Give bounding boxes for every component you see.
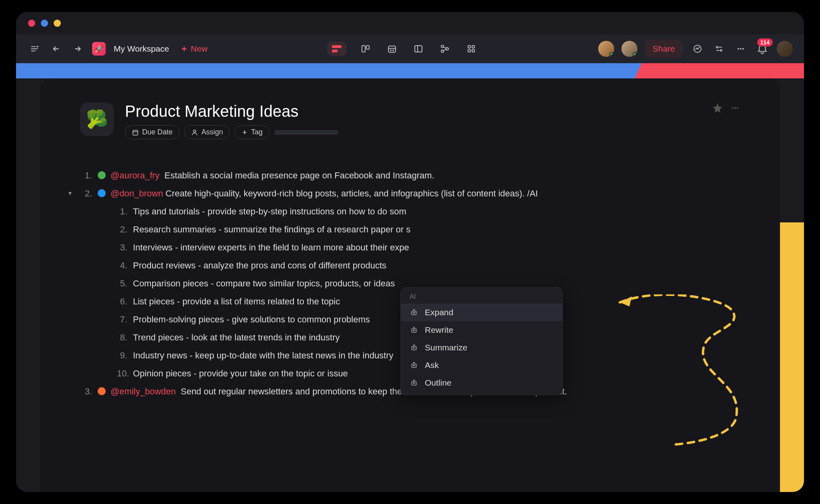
- svg-rect-0: [332, 45, 342, 48]
- ai-menu-label: Summarize: [425, 343, 467, 352]
- doc-more-icon[interactable]: [730, 103, 740, 113]
- list-text: Industry news - keep up-to-date with the…: [133, 349, 394, 362]
- workspace-name[interactable]: My Workspace: [114, 44, 169, 54]
- svg-rect-26: [412, 311, 416, 315]
- user-avatar[interactable]: [777, 41, 793, 57]
- svg-point-30: [413, 330, 414, 331]
- status-dot[interactable]: [98, 189, 106, 197]
- view-board-icon[interactable]: [464, 42, 478, 56]
- activity-icon[interactable]: [690, 42, 705, 56]
- nav-back-icon[interactable]: [49, 42, 63, 56]
- svg-point-31: [414, 330, 415, 331]
- svg-point-24: [734, 107, 736, 109]
- view-columns-icon[interactable]: [358, 42, 373, 56]
- status-dot[interactable]: [98, 387, 106, 395]
- list-item[interactable]: 1.Tips and tutorials - provide step-by-s…: [117, 202, 740, 220]
- notification-badge: 114: [757, 38, 773, 46]
- titlebar: [16, 12, 804, 34]
- tag-label: Tag: [251, 128, 263, 136]
- window-close[interactable]: [28, 20, 35, 27]
- assign-chip[interactable]: Assign: [184, 125, 230, 139]
- presence-avatar-2[interactable]: [621, 41, 637, 57]
- svg-point-9: [446, 48, 448, 50]
- svg-point-8: [441, 45, 444, 48]
- view-table-icon[interactable]: [411, 42, 426, 56]
- list-text: Comparison pieces - compare two similar …: [133, 277, 395, 290]
- list-item[interactable]: 3.Interviews - interview experts in the …: [117, 238, 740, 256]
- list-text: Establish a social media presence page o…: [165, 170, 434, 180]
- ai-menu-outline[interactable]: Outline: [401, 374, 563, 392]
- window-minimize[interactable]: [41, 20, 48, 27]
- app-logo: 🚀: [92, 42, 106, 56]
- ai-menu-summarize[interactable]: Summarize: [401, 339, 563, 356]
- document-icon[interactable]: 🥦: [80, 102, 114, 136]
- document-content: 🥦 Product Marketing Ideas Due Date Assig…: [40, 78, 780, 492]
- ai-menu: AI Expand Rewrite Summarize Ask Outline: [400, 287, 563, 395]
- app-window: 🚀 My Workspace New: [16, 12, 804, 492]
- svg-rect-2: [362, 46, 365, 52]
- ai-menu-expand[interactable]: Expand: [401, 304, 563, 321]
- list-number: 2.: [80, 187, 98, 200]
- doc-header-actions: [712, 102, 740, 114]
- settings-icon[interactable]: [712, 42, 726, 56]
- list-number: 6.: [117, 295, 133, 308]
- svg-rect-38: [412, 382, 416, 385]
- ai-menu-label: Outline: [425, 378, 452, 388]
- list-item[interactable]: ▼ 2. @don_brown Create high-quality, key…: [80, 184, 740, 202]
- svg-rect-14: [472, 50, 474, 52]
- list-item[interactable]: 2.Research summaries - summarize the fin…: [117, 220, 740, 238]
- mention[interactable]: @don_brown: [111, 188, 163, 198]
- color-banner: [16, 63, 804, 78]
- svg-rect-11: [468, 46, 470, 48]
- svg-point-5: [390, 50, 391, 51]
- ai-menu-ask[interactable]: Ask: [401, 356, 563, 374]
- more-icon[interactable]: [734, 42, 748, 56]
- list-text: Interviews - interview experts in the fi…: [133, 241, 409, 254]
- list-text: List pieces - provide a list of items re…: [133, 295, 340, 308]
- view-switcher: [215, 42, 591, 56]
- list-text: Problem-solving pieces - give solutions …: [133, 313, 370, 326]
- new-button[interactable]: New: [180, 44, 207, 54]
- list-number: 1.: [117, 205, 133, 218]
- view-doc-icon[interactable]: [327, 42, 346, 56]
- svg-point-40: [414, 383, 415, 384]
- list-number: 4.: [117, 259, 133, 272]
- view-graph-icon[interactable]: [438, 42, 452, 56]
- document-title[interactable]: Product Marketing Ideas: [125, 102, 701, 120]
- presence-avatar-1[interactable]: [598, 41, 614, 57]
- mention[interactable]: @emily_bowden: [111, 386, 176, 396]
- ai-robot-icon: [410, 326, 418, 334]
- star-icon[interactable]: [712, 102, 723, 114]
- list-number: 3.: [80, 385, 98, 398]
- ai-robot-icon: [410, 343, 418, 352]
- list-number: 10.: [117, 367, 133, 380]
- assign-label: Assign: [201, 128, 223, 136]
- due-date-chip[interactable]: Due Date: [125, 125, 179, 139]
- list-number: 2.: [117, 223, 133, 236]
- svg-rect-13: [468, 50, 470, 52]
- svg-point-20: [742, 48, 744, 50]
- ai-menu-label: Rewrite: [425, 325, 453, 335]
- sidebar-toggle-icon[interactable]: [27, 42, 42, 56]
- nav-forward-icon[interactable]: [70, 42, 85, 56]
- svg-point-16: [716, 46, 718, 48]
- status-dot[interactable]: [98, 171, 106, 179]
- tag-chip[interactable]: Tag: [235, 125, 269, 139]
- ai-menu-rewrite[interactable]: Rewrite: [401, 321, 563, 339]
- view-calendar-icon[interactable]: [385, 42, 399, 56]
- collapse-toggle-icon[interactable]: ▼: [67, 189, 73, 198]
- ai-robot-icon: [410, 308, 418, 317]
- list-item[interactable]: 1. @aurora_fry Establish a social media …: [80, 166, 740, 184]
- ai-robot-icon: [410, 361, 418, 370]
- svg-point-6: [393, 50, 394, 51]
- svg-rect-29: [412, 329, 416, 332]
- svg-point-39: [413, 383, 414, 384]
- svg-rect-4: [388, 46, 396, 52]
- notifications-icon[interactable]: 114: [755, 42, 770, 56]
- list-item[interactable]: 4.Product reviews - analyze the pros and…: [117, 256, 740, 274]
- list-number: 5.: [117, 277, 133, 290]
- window-maximize[interactable]: [54, 20, 61, 27]
- due-date-label: Due Date: [142, 128, 173, 136]
- share-button[interactable]: Share: [645, 40, 683, 58]
- mention[interactable]: @aurora_fry: [111, 170, 160, 180]
